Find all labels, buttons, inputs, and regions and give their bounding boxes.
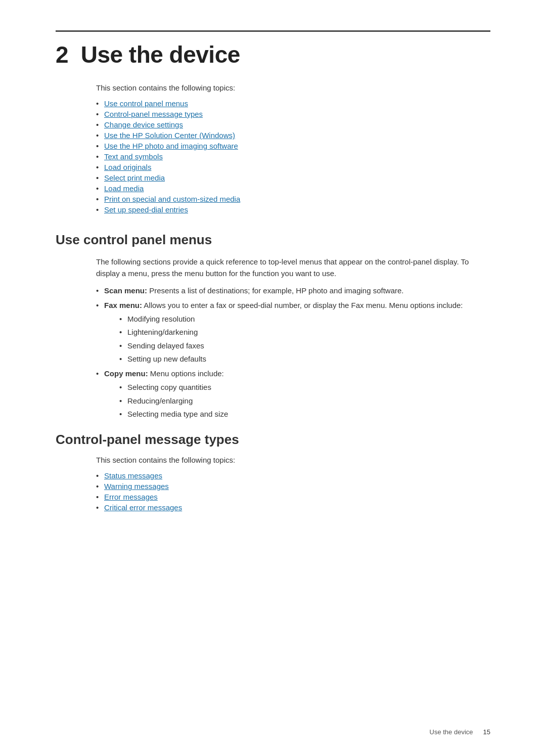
toc-link-1[interactable]: Use control panel menus xyxy=(104,99,188,108)
list-item: Critical error messages xyxy=(96,503,490,512)
copy-sub-list: Selecting copy quantities Reducing/enlar… xyxy=(119,381,490,420)
list-item: Control-panel message types xyxy=(96,110,490,118)
list-item: Fax menu: Allows you to enter a fax or s… xyxy=(96,299,490,365)
toc-link-2[interactable]: Control-panel message types xyxy=(104,110,203,118)
top-rule xyxy=(56,30,490,32)
list-item: Load originals xyxy=(96,163,490,171)
fax-menu-text: Allows you to enter a fax or speed-dial … xyxy=(142,301,463,309)
body-list-1: Scan menu: Presents a list of destinatio… xyxy=(96,285,490,420)
list-item: Modifying resolution xyxy=(119,313,490,325)
toc-link-8[interactable]: Select print media xyxy=(104,173,165,182)
list-item: Lightening/darkening xyxy=(119,326,490,338)
toc-link-9[interactable]: Load media xyxy=(104,184,144,193)
list-item: Error messages xyxy=(96,493,490,501)
chapter-title: 2 Use the device xyxy=(56,41,490,68)
msg-link-3[interactable]: Error messages xyxy=(104,493,158,501)
list-item: Change device settings xyxy=(96,120,490,129)
list-item: Text and symbols xyxy=(96,152,490,161)
copy-menu-text: Menu options include: xyxy=(148,369,224,378)
toc-link-6[interactable]: Text and symbols xyxy=(104,152,163,161)
page-footer: Use the device 15 xyxy=(430,728,490,736)
toc-link-3[interactable]: Change device settings xyxy=(104,120,183,129)
section-heading-1: Use control panel menus xyxy=(56,232,490,248)
page-container: 2 Use the device This section contains t… xyxy=(0,0,546,570)
list-item: Select print media xyxy=(96,173,490,182)
list-item: Scan menu: Presents a list of destinatio… xyxy=(96,285,490,296)
footer-label: Use the device xyxy=(430,728,473,736)
message-types-list: Status messages Warning messages Error m… xyxy=(96,471,490,512)
msg-link-4[interactable]: Critical error messages xyxy=(104,503,182,512)
list-item: Selecting copy quantities xyxy=(119,381,490,393)
copy-menu-label: Copy menu: xyxy=(104,369,148,378)
list-item: Sending delayed faxes xyxy=(119,340,490,351)
list-item: Setting up new defaults xyxy=(119,353,490,365)
list-item: Reducing/enlarging xyxy=(119,395,490,407)
list-item: Status messages xyxy=(96,471,490,480)
fax-sub-list: Modifying resolution Lightening/darkenin… xyxy=(119,313,490,365)
section-heading-2: Control-panel message types xyxy=(56,432,490,448)
list-item: Warning messages xyxy=(96,482,490,491)
toc-link-11[interactable]: Set up speed-dial entries xyxy=(104,205,188,214)
toc-link-10[interactable]: Print on special and custom-sized media xyxy=(104,195,240,203)
toc-link-4[interactable]: Use the HP Solution Center (Windows) xyxy=(104,131,235,140)
section-control-panel-message-types: Control-panel message types This section… xyxy=(56,432,490,512)
scan-menu-label: Scan menu: xyxy=(104,286,147,295)
list-item: Load media xyxy=(96,184,490,193)
section-control-panel-menus: Use control panel menus The following se… xyxy=(56,232,490,420)
list-item: Copy menu: Menu options include: Selecti… xyxy=(96,368,490,420)
list-item: Use control panel menus xyxy=(96,99,490,108)
msg-link-2[interactable]: Warning messages xyxy=(104,482,169,491)
toc-link-7[interactable]: Load originals xyxy=(104,163,151,171)
list-item: Print on special and custom-sized media xyxy=(96,195,490,203)
toc-link-5[interactable]: Use the HP photo and imaging software xyxy=(104,142,238,150)
section-intro-1: The following sections provide a quick r… xyxy=(96,256,490,280)
fax-menu-label: Fax menu: xyxy=(104,301,142,309)
list-item: Use the HP Solution Center (Windows) xyxy=(96,131,490,140)
section-intro-2: This section contains the following topi… xyxy=(96,456,490,464)
list-item: Use the HP photo and imaging software xyxy=(96,142,490,150)
msg-link-1[interactable]: Status messages xyxy=(104,471,162,480)
list-item: Selecting media type and size xyxy=(119,408,490,420)
scan-menu-text: Presents a list of destinations; for exa… xyxy=(147,286,404,295)
toc-list: Use control panel menus Control-panel me… xyxy=(96,99,490,214)
intro-text: This section contains the following topi… xyxy=(96,83,490,92)
list-item: Set up speed-dial entries xyxy=(96,205,490,214)
footer-page-number: 15 xyxy=(483,728,490,736)
